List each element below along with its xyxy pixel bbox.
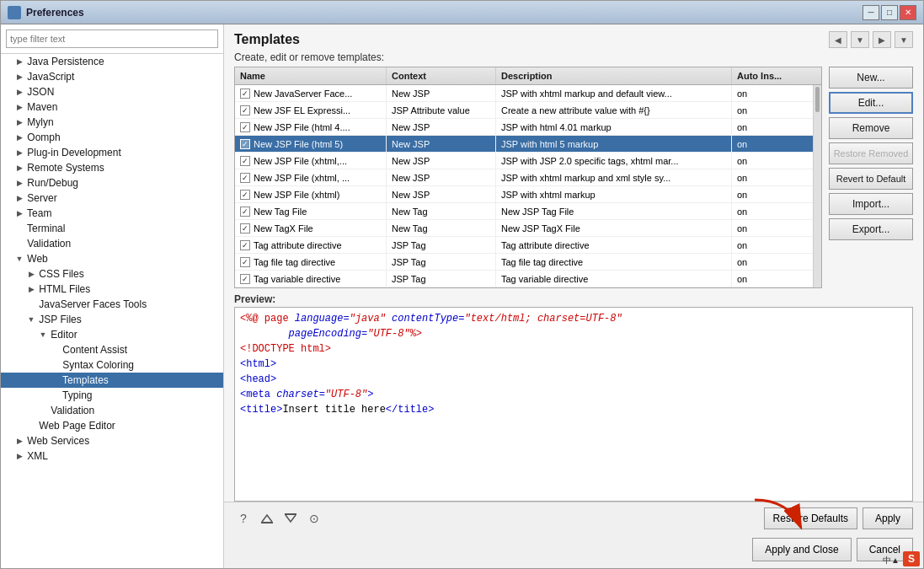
help-icon[interactable]: ? — [234, 509, 253, 528]
row-checkbox[interactable] — [240, 105, 250, 115]
close-button[interactable]: ✕ — [900, 5, 916, 20]
nav-forward-button[interactable]: ▶ — [873, 31, 891, 48]
new-button[interactable]: New... — [829, 67, 913, 89]
table-row[interactable]: New JSP File (xhtml,... New JSP JSP with… — [235, 153, 813, 169]
sidebar-item-xml[interactable]: ▶ XML — [1, 448, 223, 464]
nav-forward-dropdown-button[interactable]: ▼ — [895, 31, 913, 48]
td-description: Tag file tag directive — [496, 254, 732, 270]
row-checkbox[interactable] — [240, 190, 250, 200]
table-row[interactable]: New TagX File New Tag New JSP TagX File … — [235, 220, 813, 237]
row-checkbox[interactable] — [240, 139, 250, 149]
sidebar-item-jsf-tools[interactable]: JavaServer Faces Tools — [1, 297, 223, 312]
nav-back-button[interactable]: ◀ — [829, 31, 847, 48]
table-scrollbar[interactable] — [813, 85, 821, 287]
sidebar-item-templates[interactable]: Templates — [1, 373, 223, 388]
table-row[interactable]: New JSF EL Expressi... JSP Attribute val… — [235, 102, 813, 119]
preferences-window: Preferences ─ □ ✕ ▶ Java Persistence ▶ J… — [0, 0, 924, 569]
table-header: Name Context Description Auto Ins... — [235, 67, 821, 85]
apply-button[interactable]: Apply — [863, 507, 913, 529]
expand-icon: ▼ — [26, 314, 36, 325]
td-description: JSP with xhtml markup and xml style sy..… — [496, 169, 732, 185]
sidebar-item-maven[interactable]: ▶ Maven — [1, 99, 223, 115]
bottom-bar: ? ⊙ Restore Defaults Apply — [224, 502, 923, 534]
sidebar-item-server[interactable]: ▶ Server — [1, 191, 223, 206]
expand-icon — [50, 345, 60, 355]
table-row[interactable]: Tag attribute directive JSP Tag Tag attr… — [235, 237, 813, 254]
sidebar-item-web-services[interactable]: ▶ Web Services — [1, 433, 223, 448]
red-arrow-indicator — [746, 496, 814, 538]
edit-button[interactable]: Edit... — [829, 92, 913, 114]
import-prefs-icon[interactable] — [281, 509, 300, 528]
import-button[interactable]: Import... — [829, 193, 913, 215]
sidebar-item-web-page-editor[interactable]: Web Page Editor — [1, 418, 223, 433]
sidebar-item-mylyn[interactable]: ▶ Mylyn — [1, 115, 223, 130]
table-row[interactable]: New JavaServer Face... New JSP JSP with … — [235, 85, 813, 102]
sidebar-item-jsp-files[interactable]: ▼ JSP Files — [1, 312, 223, 327]
td-auto: on — [732, 169, 799, 185]
title-bar: Preferences ─ □ ✕ — [1, 1, 923, 24]
content-inner: Create, edit or remove templates: Name C… — [224, 51, 923, 502]
apply-and-close-button[interactable]: Apply and Close — [752, 538, 851, 561]
final-btn-row: Apply and Close Cancel S 中▲ — [224, 534, 923, 568]
td-description: JSP with html 4.01 markup — [496, 119, 732, 135]
row-checkbox[interactable] — [240, 223, 250, 234]
table-row[interactable]: Tag file tag directive JSP Tag Tag file … — [235, 254, 813, 271]
maximize-button[interactable]: □ — [881, 5, 898, 20]
sidebar-item-run-debug[interactable]: ▶ Run/Debug — [1, 175, 223, 191]
revert-to-default-button[interactable]: Revert to Default — [829, 168, 913, 190]
row-checkbox[interactable] — [240, 122, 250, 132]
table-row[interactable]: New JSP File (xhtml) New JSP JSP with xh… — [235, 186, 813, 203]
row-checkbox[interactable] — [240, 156, 250, 166]
preview-box[interactable]: <%@ page language="java" contentType="te… — [234, 307, 913, 502]
sidebar-item-typing[interactable]: Typing — [1, 388, 223, 403]
row-checkbox[interactable] — [240, 257, 250, 267]
td-name: New JSP File (xhtml, ... — [235, 169, 387, 185]
table-row-selected[interactable]: New JSP File (html 5) New JSP JSP with h… — [235, 136, 813, 153]
expand-icon: ▶ — [14, 208, 24, 218]
table-row[interactable]: New JSP File (xhtml, ... New JSP JSP wit… — [235, 169, 813, 186]
td-context: New JSP — [387, 85, 496, 101]
td-auto: on — [732, 237, 799, 253]
export-button[interactable]: Export... — [829, 218, 913, 240]
col-name: Name — [235, 67, 387, 84]
templates-area: Name Context Description Auto Ins... New… — [234, 67, 913, 288]
sidebar-item-syntax-coloring[interactable]: Syntax Coloring — [1, 357, 223, 373]
td-context: JSP Attribute value — [387, 102, 496, 118]
table-row[interactable]: Tag variable directive JSP Tag Tag varia… — [235, 271, 813, 287]
filter-input[interactable] — [6, 30, 218, 48]
sidebar-item-java-persistence[interactable]: ▶ Java Persistence — [1, 54, 223, 69]
sidebar-item-remote-systems[interactable]: ▶ Remote Systems — [1, 160, 223, 175]
sidebar-item-terminal[interactable]: Terminal — [1, 221, 223, 236]
td-description: JSP with xhtml markup — [496, 186, 732, 202]
sidebar-item-css-files[interactable]: ▶ CSS Files — [1, 266, 223, 282]
sidebar-item-editor[interactable]: ▼ Editor — [1, 327, 223, 342]
sidebar-item-javascript[interactable]: ▶ JavaScript — [1, 69, 223, 84]
sidebar-item-content-assist[interactable]: Content Assist — [1, 342, 223, 357]
td-description: Tag attribute directive — [496, 237, 732, 253]
remove-button[interactable]: Remove — [829, 117, 913, 139]
table-row[interactable]: New JSP File (html 4.... New JSP JSP wit… — [235, 119, 813, 136]
sidebar-item-validation[interactable]: Validation — [1, 236, 223, 251]
sidebar-item-web[interactable]: ▼ Web — [1, 251, 223, 266]
header-nav: ◀ ▼ ▶ ▼ — [829, 31, 913, 48]
sidebar-item-validation-jsp[interactable]: Validation — [1, 403, 223, 418]
sidebar-item-html-files[interactable]: ▶ HTML Files — [1, 282, 223, 297]
export-prefs-icon[interactable] — [258, 509, 276, 528]
expand-icon — [38, 405, 48, 416]
row-checkbox[interactable] — [240, 274, 250, 284]
minimize-button[interactable]: ─ — [863, 5, 879, 20]
row-checkbox[interactable] — [240, 89, 250, 99]
pin-icon[interactable]: ⊙ — [305, 509, 323, 528]
row-checkbox[interactable] — [240, 240, 250, 250]
row-checkbox[interactable] — [240, 173, 250, 183]
filter-box — [1, 24, 223, 54]
sidebar-item-team[interactable]: ▶ Team — [1, 206, 223, 221]
preview-code: <%@ page language="java" contentType="te… — [240, 311, 907, 417]
nav-dropdown-button[interactable]: ▼ — [851, 31, 869, 48]
sidebar-item-json[interactable]: ▶ JSON — [1, 84, 223, 99]
sidebar-item-plugin-dev[interactable]: ▶ Plug-in Development — [1, 145, 223, 160]
row-checkbox[interactable] — [240, 207, 250, 217]
sidebar-item-oomph[interactable]: ▶ Oomph — [1, 130, 223, 145]
table-row[interactable]: New Tag File New Tag New JSP Tag File on — [235, 203, 813, 220]
restore-removed-button[interactable]: Restore Removed — [829, 142, 913, 164]
